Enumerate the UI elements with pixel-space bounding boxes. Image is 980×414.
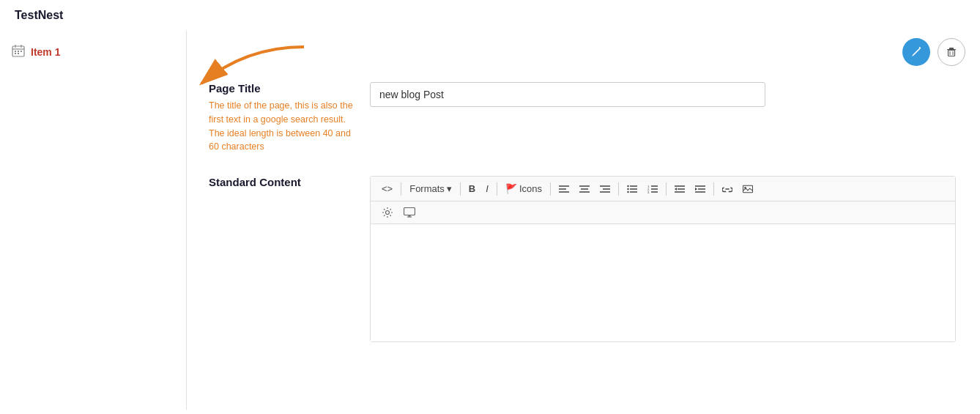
divider-1 xyxy=(401,182,401,196)
app-title: TestNest xyxy=(15,9,63,22)
standard-content-input-col: <> Formats ▾ B I 🚩 Icons xyxy=(370,176,958,342)
image-btn[interactable] xyxy=(739,182,757,196)
divider-4 xyxy=(550,182,551,196)
top-bar xyxy=(888,31,980,73)
rich-text-editor: <> Formats ▾ B I 🚩 Icons xyxy=(370,176,956,342)
unordered-list-btn[interactable] xyxy=(623,182,641,196)
svg-rect-8 xyxy=(18,53,19,54)
divider-6 xyxy=(666,182,667,196)
ordered-list-btn[interactable]: 1.2.3. xyxy=(644,182,661,196)
align-center-btn[interactable] xyxy=(576,182,593,196)
svg-rect-11 xyxy=(949,51,955,56)
svg-rect-5 xyxy=(18,51,19,52)
form-area: Page Title The title of the page, this i… xyxy=(187,67,980,379)
divider-7 xyxy=(713,182,714,196)
settings-btn[interactable] xyxy=(378,204,397,221)
calendar-icon xyxy=(12,44,25,60)
code-btn[interactable]: <> xyxy=(378,181,396,196)
outdent-btn[interactable] xyxy=(671,182,688,196)
divider-3 xyxy=(497,182,497,196)
editor-content[interactable] xyxy=(371,224,955,341)
app-header: TestNest xyxy=(0,0,980,31)
page-title-label: Page Title xyxy=(209,82,355,95)
flag-icon: 🚩 xyxy=(505,183,517,194)
svg-point-45 xyxy=(386,211,390,215)
sidebar-inner: Item 1 xyxy=(0,31,187,73)
sidebar-item-1[interactable]: Item 1 xyxy=(0,38,186,66)
svg-point-27 xyxy=(627,191,628,192)
main-layout: Item 1 xyxy=(0,31,980,410)
svg-point-23 xyxy=(627,185,628,186)
formats-chevron: ▾ xyxy=(447,183,452,194)
svg-rect-46 xyxy=(404,208,415,215)
align-left-btn[interactable] xyxy=(555,182,573,196)
bold-btn[interactable]: B xyxy=(465,181,479,196)
content-area: Page Title The title of the page, this i… xyxy=(187,31,980,410)
toolbar-row2 xyxy=(371,202,955,224)
delete-button[interactable] xyxy=(938,38,965,66)
monitor-btn[interactable] xyxy=(400,205,419,220)
svg-marker-38 xyxy=(675,188,677,191)
standard-content-label-col: Standard Content xyxy=(209,176,370,193)
svg-marker-42 xyxy=(695,188,697,191)
page-title-description: The title of the page, this is also the … xyxy=(209,99,355,154)
page-title-label-col: Page Title The title of the page, this i… xyxy=(209,82,370,154)
svg-rect-7 xyxy=(15,53,16,54)
toolbar-row1: <> Formats ▾ B I 🚩 Icons xyxy=(371,177,955,202)
svg-rect-43 xyxy=(743,185,752,193)
formats-btn[interactable]: Formats ▾ xyxy=(406,181,456,196)
align-right-btn[interactable] xyxy=(596,182,614,196)
page-title-input[interactable] xyxy=(370,82,765,107)
standard-content-row: Standard Content <> Formats ▾ B I xyxy=(209,176,958,342)
edit-button[interactable] xyxy=(902,38,930,66)
page-title-input-col xyxy=(370,82,958,107)
standard-content-label: Standard Content xyxy=(209,176,355,188)
indent-btn[interactable] xyxy=(691,182,709,196)
divider-5 xyxy=(618,182,619,196)
sidebar: Item 1 xyxy=(0,31,187,410)
divider-2 xyxy=(460,182,461,196)
icons-btn[interactable]: 🚩 Icons xyxy=(502,181,546,196)
italic-btn[interactable]: I xyxy=(482,181,492,196)
page-title-row: Page Title The title of the page, this i… xyxy=(209,82,958,154)
svg-rect-4 xyxy=(15,51,16,52)
svg-point-25 xyxy=(627,188,628,189)
svg-rect-6 xyxy=(21,51,22,52)
svg-text:3.: 3. xyxy=(647,191,650,193)
link-btn[interactable] xyxy=(719,182,736,196)
sidebar-item-label: Item 1 xyxy=(31,46,60,58)
